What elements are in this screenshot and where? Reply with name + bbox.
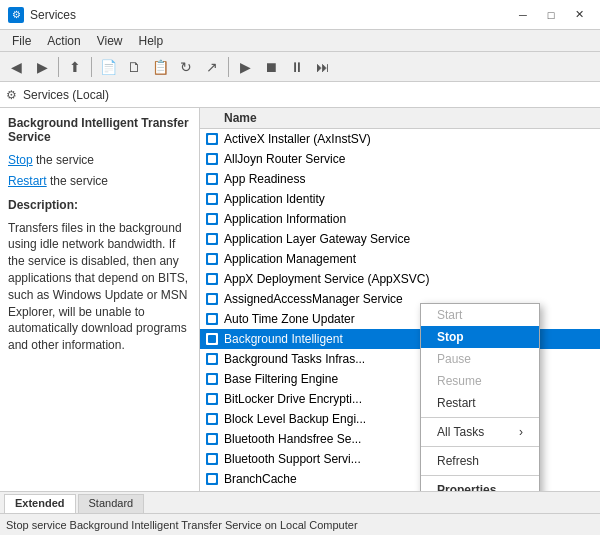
service-icon (204, 351, 220, 367)
resume-service-button[interactable]: ⏭ (311, 55, 335, 79)
list-item[interactable]: Base Filtering Engine (200, 369, 600, 389)
status-bar: Stop service Background Intelligent Tran… (0, 513, 600, 535)
context-menu-start[interactable]: Start (421, 304, 539, 326)
context-menu-refresh[interactable]: Refresh (421, 450, 539, 472)
svg-rect-33 (208, 455, 216, 463)
menu-action[interactable]: Action (39, 32, 88, 50)
service-icon (204, 191, 220, 207)
refresh-button[interactable]: ↻ (174, 55, 198, 79)
stop-text: the service (33, 153, 94, 167)
service-name: Auto Time Zone Updater (224, 312, 355, 326)
list-item[interactable]: Application Identity (200, 189, 600, 209)
service-name: Background Intelligent (224, 332, 343, 346)
start-service-button[interactable]: ▶ (233, 55, 257, 79)
close-button[interactable]: ✕ (566, 5, 592, 25)
main-content: Background Intelligent Transfer Service … (0, 108, 600, 491)
context-menu-separator-3 (421, 475, 539, 476)
svg-rect-29 (208, 415, 216, 423)
menu-help[interactable]: Help (131, 32, 172, 50)
service-icon (204, 451, 220, 467)
svg-rect-21 (208, 335, 216, 343)
service-icon (204, 151, 220, 167)
list-item[interactable]: Application Information (200, 209, 600, 229)
service-name: Application Identity (224, 192, 325, 206)
toolbar-separator-2 (91, 57, 92, 77)
services-header: Name (200, 108, 600, 129)
service-icon (204, 291, 220, 307)
list-item[interactable]: Capability Access Mana... (200, 489, 600, 491)
service-name: Application Management (224, 252, 356, 266)
menu-bar: File Action View Help (0, 30, 600, 52)
service-name: AppX Deployment Service (AppXSVC) (224, 272, 429, 286)
service-icon (204, 411, 220, 427)
menu-file[interactable]: File (4, 32, 39, 50)
svg-rect-13 (208, 255, 216, 263)
maximize-button[interactable]: □ (538, 5, 564, 25)
list-item[interactable]: Background Tasks Infras... (200, 349, 600, 369)
context-menu-separator-2 (421, 446, 539, 447)
list-item[interactable]: Block Level Backup Engi... (200, 409, 600, 429)
forward-button[interactable]: ▶ (30, 55, 54, 79)
up-button[interactable]: ⬆ (63, 55, 87, 79)
service-icon (204, 391, 220, 407)
svg-rect-11 (208, 235, 216, 243)
toolbar-separator-1 (58, 57, 59, 77)
tab-standard[interactable]: Standard (78, 494, 145, 513)
services-icon: ⚙ (6, 88, 17, 102)
list-item[interactable]: AllJoyn Router Service (200, 149, 600, 169)
back-button[interactable]: ◀ (4, 55, 28, 79)
list-item[interactable]: AssignedAccessManager Service (200, 289, 600, 309)
context-menu-resume[interactable]: Resume (421, 370, 539, 392)
service-icon (204, 171, 220, 187)
window-title: Services (30, 8, 510, 22)
stop-service-button[interactable]: ⏹ (259, 55, 283, 79)
show-hide-button[interactable]: 📄 (96, 55, 120, 79)
stop-action: Stop the service (8, 152, 191, 169)
service-name: AssignedAccessManager Service (224, 292, 403, 306)
menu-view[interactable]: View (89, 32, 131, 50)
context-menu-restart[interactable]: Restart (421, 392, 539, 414)
context-menu-all-tasks[interactable]: All Tasks › (421, 421, 539, 443)
tab-extended[interactable]: Extended (4, 494, 76, 513)
list-item[interactable]: Bluetooth Support Servi... (200, 449, 600, 469)
service-icon (204, 131, 220, 147)
window-controls: ─ □ ✕ (510, 5, 592, 25)
list-item[interactable]: BitLocker Drive Encrypti... (200, 389, 600, 409)
export-button[interactable]: ↗ (200, 55, 224, 79)
list-item[interactable]: Bluetooth Handsfree Se... (200, 429, 600, 449)
context-menu-properties[interactable]: Properties (421, 479, 539, 491)
list-item[interactable]: ActiveX Installer (AxInstSV) (200, 129, 600, 149)
service-icon (204, 251, 220, 267)
list-item[interactable]: App Readiness (200, 169, 600, 189)
service-name: Bluetooth Support Servi... (224, 452, 361, 466)
address-text: Services (Local) (23, 88, 109, 102)
list-item[interactable]: Application Management (200, 249, 600, 269)
list-item[interactable]: AppX Deployment Service (AppXSVC) (200, 269, 600, 289)
address-bar: ⚙ Services (Local) (0, 82, 600, 108)
app-icon: ⚙ (8, 7, 24, 23)
svg-rect-3 (208, 155, 216, 163)
service-title: Background Intelligent Transfer Service (8, 116, 191, 144)
list-item[interactable]: BranchCache (200, 469, 600, 489)
list-item[interactable]: Application Layer Gateway Service (200, 229, 600, 249)
pause-service-button[interactable]: ⏸ (285, 55, 309, 79)
context-menu-stop[interactable]: Stop (421, 326, 539, 348)
selected-service-item[interactable]: Background Intelligent (200, 329, 600, 349)
context-menu-pause[interactable]: Pause (421, 348, 539, 370)
svg-rect-5 (208, 175, 216, 183)
service-name: BitLocker Drive Encrypti... (224, 392, 362, 406)
left-panel: Background Intelligent Transfer Service … (0, 108, 200, 491)
restart-action: Restart the service (8, 173, 191, 190)
properties-button[interactable]: 📋 (148, 55, 172, 79)
minimize-button[interactable]: ─ (510, 5, 536, 25)
service-name: AllJoyn Router Service (224, 152, 345, 166)
restart-text: the service (47, 174, 108, 188)
list-item[interactable]: Auto Time Zone Updater (200, 309, 600, 329)
restart-service-link[interactable]: Restart (8, 174, 47, 188)
service-name: Base Filtering Engine (224, 372, 338, 386)
svg-rect-27 (208, 395, 216, 403)
stop-service-link[interactable]: Stop (8, 153, 33, 167)
service-icon (204, 271, 220, 287)
new-button[interactable]: 🗋 (122, 55, 146, 79)
svg-rect-1 (208, 135, 216, 143)
